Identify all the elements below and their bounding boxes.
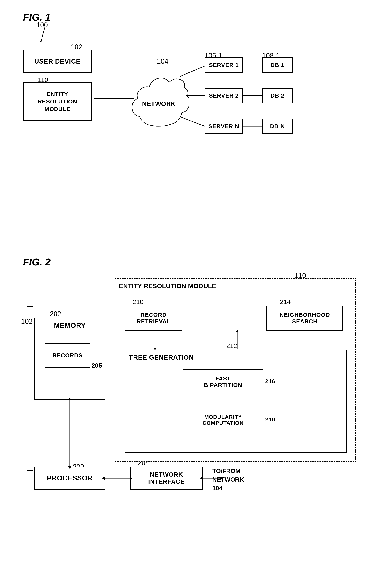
- serverN-box: SERVER N: [205, 119, 243, 134]
- db2-box: DB 2: [262, 88, 293, 103]
- bracket-102: [27, 306, 32, 471]
- tree-generation-box: TREE GENERATION FASTBIPARTITION 216 MODU…: [125, 350, 347, 453]
- db1-box: DB 1: [262, 57, 293, 73]
- to-from-network-label: TO/FROMNETWORK 104: [212, 467, 244, 492]
- server2-box: SERVER 2: [205, 88, 243, 103]
- record-retrieval-box: RECORDRETRIEVAL: [125, 306, 182, 331]
- ref-216: 216: [265, 378, 275, 385]
- modularity-computation-box: MODULARITYCOMPUTATION: [183, 408, 263, 432]
- fig2-label: FIG. 2: [23, 256, 51, 268]
- fast-bipartition-box: FASTBIPARTITION: [183, 369, 263, 394]
- ref-205: 205: [91, 362, 102, 369]
- ref-210: 210: [133, 298, 143, 305]
- records-box: RECORDS: [44, 343, 90, 368]
- processor-box: PROCESSOR: [34, 467, 105, 490]
- ref-100: 100: [36, 21, 48, 29]
- ref-214: 214: [280, 298, 291, 305]
- user-device-box: USER DEVICE: [23, 50, 92, 73]
- network-cloud: NETWORK: [128, 61, 189, 135]
- fig2-container: FIG. 2 102 200 202 MEMORY RECORDS 205 PR…: [11, 256, 363, 578]
- ref-104: 104: [157, 57, 168, 65]
- ref-218: 218: [265, 416, 275, 423]
- svg-text:·: ·: [221, 108, 223, 116]
- memory-box: MEMORY RECORDS 205: [34, 317, 105, 400]
- network-interface-box: NETWORKINTERFACE: [130, 467, 203, 490]
- server1-box: SERVER 1: [205, 57, 243, 73]
- ref-212: 212: [226, 342, 237, 349]
- entity-resolution-dashed-box: ENTITY RESOLUTION MODULE 210 RECORDRETRI…: [115, 278, 356, 462]
- ref-202: 202: [50, 310, 61, 318]
- neighborhood-search-box: NEIGHBORHOODSEARCH: [267, 306, 343, 331]
- entity-resolution-module-fig1: ENTITYRESOLUTIONMODULE: [23, 82, 92, 121]
- dbN-box: DB N: [262, 119, 293, 134]
- svg-text:NETWORK: NETWORK: [142, 100, 176, 107]
- page: FIG. 1 100 · · ·: [0, 0, 374, 588]
- entity-resolution-label: ENTITY RESOLUTION MODULE: [119, 282, 216, 290]
- fig1-container: FIG. 1 100 · · ·: [11, 11, 363, 237]
- cloud-svg: NETWORK: [128, 61, 189, 134]
- svg-marker-1: [40, 40, 43, 42]
